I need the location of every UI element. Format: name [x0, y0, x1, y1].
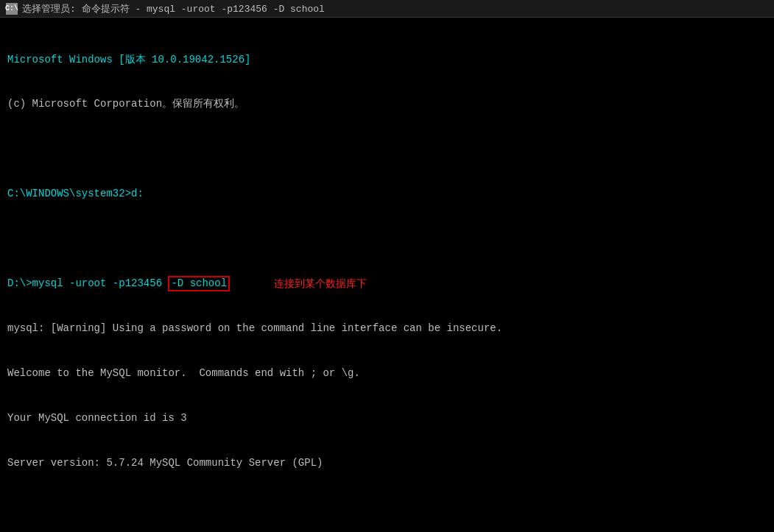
- terminal-window[interactable]: Microsoft Windows [版本 10.0.19042.1526] (…: [0, 18, 774, 532]
- line-2: (c) Microsoft Corporation。保留所有权利。: [7, 96, 767, 111]
- line-8: Welcome to the MySQL monitor. Commands e…: [7, 366, 767, 380]
- line-1: Microsoft Windows [版本 10.0.19042.1526]: [7, 52, 767, 67]
- line-6-label: 连接到某个数据库下: [274, 276, 367, 291]
- line-10: Server version: 5.7.24 MySQL Community S…: [7, 455, 767, 470]
- line-3: [7, 141, 767, 156]
- line-4: C:\WINDOWS\system32>d:: [7, 186, 767, 201]
- line-7: mysql: [Warning] Using a password on the…: [7, 321, 767, 336]
- line-5: [7, 231, 767, 246]
- line-6-prefix: D:\>mysql -uroot -p123456: [7, 276, 168, 291]
- line-9: Your MySQL connection id is 3: [7, 411, 767, 425]
- line-6-highlight: -D school: [168, 276, 230, 291]
- line-6: D:\>mysql -uroot -p123456 -D school连接到某个…: [7, 276, 767, 291]
- title-bar: C:\ 选择管理员: 命令提示符 - mysql -uroot -p123456…: [0, 0, 774, 18]
- title-text: 选择管理员: 命令提示符 - mysql -uroot -p123456 -D …: [22, 2, 325, 15]
- line-11: [7, 500, 767, 515]
- cmd-icon: C:\: [6, 3, 18, 15]
